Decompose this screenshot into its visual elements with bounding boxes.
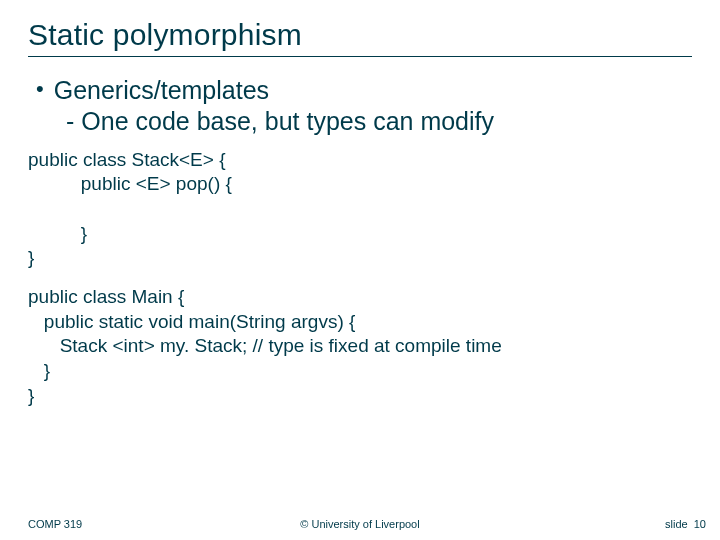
slide-title: Static polymorphism [28, 18, 692, 52]
code-line: public class Stack<E> { [28, 149, 226, 170]
bullet-list: • Generics/templates - One code base, bu… [34, 75, 692, 138]
footer-slide-number: slide 10 [665, 518, 706, 530]
code-line: } [28, 385, 34, 406]
code-line: Stack <int> my. Stack; // type is fixed … [28, 335, 502, 356]
footer-slide-num: 10 [694, 518, 706, 530]
code-line: } [28, 223, 87, 244]
title-underline [28, 56, 692, 57]
bullet-dot-icon: • [36, 75, 44, 104]
code-line: public static void main(String argvs) { [28, 311, 355, 332]
code-line: } [28, 247, 34, 268]
code-block-stack: public class Stack<E> { public <E> pop()… [28, 148, 692, 271]
slide: Static polymorphism • Generics/templates… [0, 0, 720, 540]
sub-bullet-item: - One code base, but types can modify [66, 106, 692, 137]
footer-course-code: COMP 319 [28, 518, 82, 530]
footer-copyright: © University of Liverpool [300, 518, 419, 530]
sub-bullet-text: One code base, but types can modify [81, 107, 494, 135]
bullet-text: Generics/templates [54, 75, 269, 106]
code-line: } [28, 360, 50, 381]
footer: COMP 319 © University of Liverpool slide… [0, 518, 720, 530]
code-block-main: public class Main { public static void m… [28, 285, 692, 408]
bullet-item: • Generics/templates [34, 75, 692, 106]
code-line: public <E> pop() { [28, 173, 232, 194]
footer-slide-label: slide [665, 518, 688, 530]
sub-bullet-prefix: - [66, 107, 81, 135]
code-line: public class Main { [28, 286, 184, 307]
